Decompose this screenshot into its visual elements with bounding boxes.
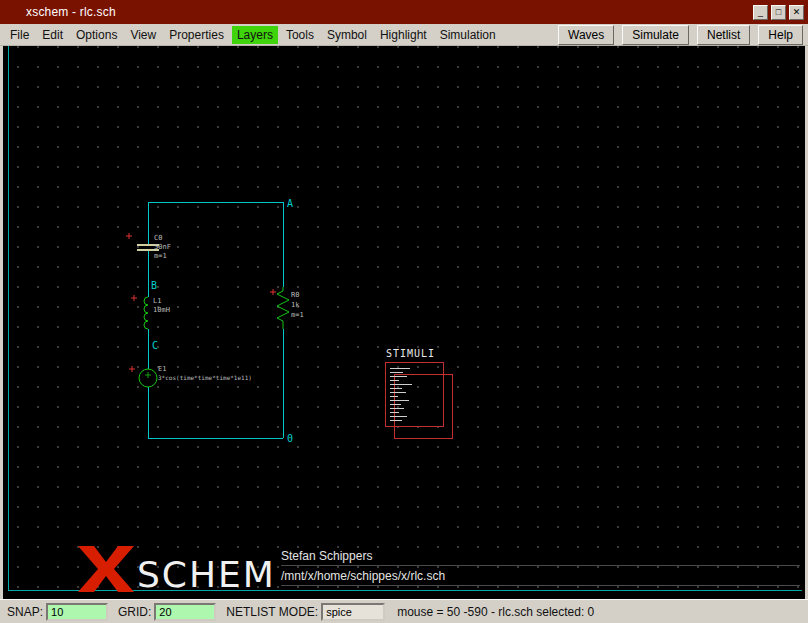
xschem-logo[interactable]: SCHEM: [78, 546, 276, 595]
minimize-icon[interactable]: _: [753, 5, 768, 20]
menu-tools[interactable]: Tools: [281, 26, 319, 44]
vsource-plus-icon: [145, 372, 151, 378]
grid-label: GRID:: [118, 605, 151, 619]
stimuli-label: STIMULI: [386, 348, 435, 359]
mouse-status-text: mouse = 50 -590 - rlc.sch selected: 0: [397, 605, 594, 619]
resistor-value: 1k: [291, 301, 300, 309]
waves-button[interactable]: Waves: [558, 25, 614, 45]
vsource-ref: E1: [158, 365, 166, 373]
statusbar: SNAP: GRID: NETLIST MODE: mouse = 50 -59…: [0, 599, 808, 623]
menu-simulation[interactable]: Simulation: [435, 26, 501, 44]
resistor-mult: m=1: [291, 311, 304, 319]
stimuli-block[interactable]: STIMULI: [386, 348, 453, 439]
xschem-window: xschem - rlc.sch _ □ ✕ File Edit Options…: [0, 0, 808, 623]
menu-view[interactable]: View: [125, 26, 161, 44]
sheet-boundary: [9, 46, 803, 591]
resistor-ref: R0: [291, 291, 299, 299]
inductor-L1[interactable]: L1 10mH: [131, 295, 170, 329]
menu-properties[interactable]: Properties: [164, 26, 229, 44]
schematic-drawing[interactable]: C0 50nF m=1 L1 10mH E1 3*cos(: [3, 46, 805, 599]
title-block[interactable]: Stefan Schippers /mnt/x/home/schippes/x/…: [281, 549, 800, 585]
schematic-canvas[interactable]: C0 50nF m=1 L1 10mH E1 3*cos(: [3, 46, 805, 599]
netlist-mode-label: NETLIST MODE:: [226, 605, 318, 619]
menu-action-buttons: Waves Simulate Netlist Help: [558, 25, 803, 45]
menu-file[interactable]: File: [5, 26, 34, 44]
help-button[interactable]: Help: [758, 25, 803, 45]
pin-plus-icon: [131, 295, 137, 301]
inductor-value: 10mH: [153, 306, 170, 314]
capacitor-mult: m=1: [154, 252, 167, 260]
node-label-b[interactable]: B: [151, 280, 157, 291]
node-label-c[interactable]: C: [152, 340, 158, 351]
node-label-a[interactable]: A: [287, 198, 293, 209]
vsource-value: 3*cos(time*time*time*1e11): [158, 374, 252, 381]
resistor-R0[interactable]: R0 1k m=1: [270, 287, 304, 329]
node-label-gnd[interactable]: 0: [287, 433, 293, 444]
netlist-mode-input[interactable]: [321, 603, 385, 621]
titlebar[interactable]: xschem - rlc.sch _ □ ✕: [0, 0, 808, 24]
window-controls: _ □ ✕: [753, 5, 804, 20]
pin-plus-icon: [129, 366, 135, 372]
inductor-symbol: [144, 297, 148, 329]
author-text: Stefan Schippers: [281, 549, 372, 563]
menubar: File Edit Options View Properties Layers…: [0, 24, 808, 46]
pin-plus-icon: [126, 233, 132, 239]
menu-options[interactable]: Options: [71, 26, 122, 44]
menu-layers[interactable]: Layers: [232, 26, 278, 44]
canvas-frame: C0 50nF m=1 L1 10mH E1 3*cos(: [0, 46, 808, 599]
window-title: xschem - rlc.sch: [26, 5, 116, 19]
vsource-E1[interactable]: E1 3*cos(time*time*time*1e11): [129, 365, 252, 387]
simulate-button[interactable]: Simulate: [622, 25, 689, 45]
close-icon[interactable]: ✕: [789, 5, 804, 20]
menu-edit[interactable]: Edit: [37, 26, 68, 44]
netlist-button[interactable]: Netlist: [697, 25, 750, 45]
capacitor-value: 50nF: [154, 243, 171, 251]
snap-input[interactable]: [46, 603, 108, 621]
logo-text: SCHEM: [137, 554, 276, 595]
circuit-wires[interactable]: [148, 202, 283, 438]
grid-input[interactable]: [154, 603, 216, 621]
snap-label: SNAP:: [7, 605, 43, 619]
maximize-icon[interactable]: □: [771, 5, 786, 20]
file-path-text: /mnt/x/home/schippes/x/rlc.sch: [281, 569, 445, 583]
pin-plus-icon: [270, 289, 276, 295]
capacitor-ref: C0: [154, 234, 162, 242]
x-logo-icon: [78, 546, 134, 592]
menu-highlight[interactable]: Highlight: [375, 26, 432, 44]
resistor-symbol: [277, 287, 289, 329]
inductor-ref: L1: [153, 297, 161, 305]
menu-symbol[interactable]: Symbol: [322, 26, 372, 44]
stimuli-code-lines: [390, 368, 412, 420]
